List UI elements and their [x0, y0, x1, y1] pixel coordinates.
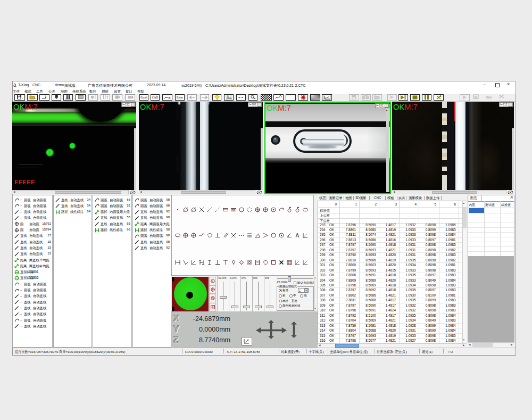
svg-text:A: A — [296, 233, 300, 238]
svg-text:...: ... — [499, 98, 501, 100]
svg-text:....: .... — [487, 98, 489, 100]
svg-text:....: .... — [473, 98, 476, 100]
svg-text:B: B — [168, 96, 170, 100]
